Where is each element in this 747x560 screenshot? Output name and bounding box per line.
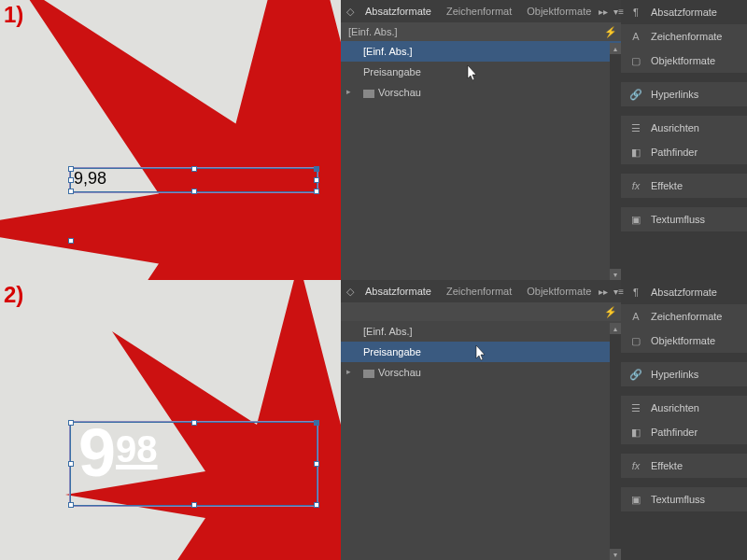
- step-label-2: 2): [4, 282, 23, 308]
- tab-character-styles[interactable]: Zeichenformat: [439, 6, 519, 17]
- dock-effects[interactable]: fxEffekte: [621, 454, 747, 478]
- dock-effects[interactable]: fxEffekte: [621, 174, 747, 198]
- style-folder-vorschau[interactable]: Vorschau: [341, 362, 621, 383]
- price-cents: 98: [116, 430, 158, 468]
- scroll-up-icon[interactable]: ▴: [610, 43, 621, 54]
- handle-br[interactable]: [314, 502, 319, 508]
- folder-icon: [363, 90, 374, 98]
- handle-tr[interactable]: [314, 420, 319, 426]
- cursor-icon: [475, 345, 488, 362]
- style-basic-paragraph[interactable]: [Einf. Abs.]: [341, 41, 621, 62]
- textwrap-icon: ▣: [628, 493, 643, 506]
- text-frame-2[interactable]: 9 98: [70, 422, 317, 506]
- price-text-styled: 9 98: [71, 423, 317, 483]
- sync-icon: ◇: [346, 6, 354, 18]
- scroll-down-icon[interactable]: ▾: [610, 549, 621, 560]
- style-folder-vorschau[interactable]: Vorschau: [341, 82, 621, 103]
- character-icon: A: [628, 310, 643, 323]
- dock-pathfinder[interactable]: ◧Pathfinder: [621, 140, 747, 164]
- scroll-up-icon[interactable]: ▴: [610, 323, 621, 334]
- cursor-icon: [467, 65, 480, 82]
- dock-hyperlinks[interactable]: 🔗Hyperlinks: [621, 362, 747, 386]
- handle-bc[interactable]: [191, 189, 197, 194]
- style-basic-paragraph[interactable]: [Einf. Abs.]: [341, 321, 621, 342]
- panel-tabs: ◇ Absatzformate Zeichenformat Objektform…: [341, 0, 621, 22]
- object-icon: ▢: [628, 334, 643, 347]
- dock-align[interactable]: ☰Ausrichten: [621, 116, 747, 140]
- paragraph-icon: ¶: [628, 6, 643, 19]
- handle-br[interactable]: [314, 189, 319, 194]
- dock-align[interactable]: ☰Ausrichten: [621, 396, 747, 420]
- dock-character-styles[interactable]: AZeichenformate: [621, 24, 747, 49]
- quick-apply-icon[interactable]: ⚡: [604, 26, 613, 37]
- current-style-name: [Einf. Abs.]: [348, 26, 398, 37]
- dock-panel: ¶Absatzformate AZeichenformate ▢Objektfo…: [621, 0, 747, 280]
- price-text-unstyled: 9,98: [71, 166, 109, 190]
- handle-tl[interactable]: [68, 166, 74, 172]
- collapse-icon[interactable]: ▸▸: [599, 7, 608, 17]
- panel-tabs-2: ◇ Absatzformate Zeichenformat Objektform…: [341, 280, 621, 302]
- current-style-header-2: ⚡: [341, 302, 621, 321]
- effects-icon: fx: [628, 179, 643, 192]
- panel-menu-icon[interactable]: ▾≡: [613, 7, 624, 17]
- dock-textwrap[interactable]: ▣Textumfluss: [621, 487, 747, 511]
- collapse-icon[interactable]: ▸▸: [599, 287, 608, 297]
- handle-tc[interactable]: [191, 420, 197, 426]
- dock-character-styles[interactable]: AZeichenformate: [621, 304, 747, 329]
- handle-ml[interactable]: [68, 177, 74, 183]
- effects-icon: fx: [628, 459, 643, 472]
- object-icon: ▢: [628, 54, 643, 67]
- handle-bl[interactable]: [68, 189, 74, 194]
- quick-apply-icon[interactable]: ⚡: [604, 306, 613, 317]
- styles-list: [Einf. Abs.] Preisangabe Vorschau: [341, 41, 621, 280]
- tab-paragraph-styles[interactable]: Absatzformate: [358, 286, 439, 297]
- handle-ml[interactable]: [68, 461, 74, 467]
- canvas-area[interactable]: 1) 9,98: [0, 0, 341, 280]
- step-label-1: 1): [4, 2, 23, 28]
- align-icon: ☰: [628, 121, 643, 134]
- handle-bc[interactable]: [191, 502, 197, 508]
- sync-icon: ◇: [346, 286, 354, 298]
- panel-menu-icon[interactable]: ▾≡: [613, 287, 624, 297]
- tab-object-styles[interactable]: Objektformate: [519, 6, 599, 17]
- pathfinder-icon: ◧: [628, 426, 643, 439]
- scroll-down-icon[interactable]: ▾: [610, 269, 621, 280]
- canvas-area-2[interactable]: 2) 9 98: [0, 280, 341, 560]
- dock-paragraph-styles[interactable]: ¶Absatzformate: [621, 0, 747, 24]
- align-icon: ☰: [628, 401, 643, 414]
- dock-object-styles[interactable]: ▢Objektformate: [621, 329, 747, 353]
- price-main-digit: 9: [78, 425, 116, 482]
- scrollbar[interactable]: ▴ ▾: [610, 43, 621, 280]
- handle-bl[interactable]: [68, 502, 74, 508]
- handle-tc[interactable]: [191, 166, 197, 172]
- paragraph-icon: ¶: [628, 286, 643, 299]
- dock-pathfinder[interactable]: ◧Pathfinder: [621, 420, 747, 444]
- folder-icon: [363, 370, 374, 378]
- tab-object-styles[interactable]: Objektformate: [519, 286, 599, 297]
- dock-paragraph-styles[interactable]: ¶Absatzformate: [621, 280, 747, 304]
- styles-panel-2: ◇ Absatzformate Zeichenformat Objektform…: [341, 280, 621, 560]
- dock-hyperlinks[interactable]: 🔗Hyperlinks: [621, 82, 747, 106]
- extra-handle[interactable]: [68, 238, 74, 244]
- handle-mr[interactable]: [314, 461, 319, 467]
- dock-textwrap[interactable]: ▣Textumfluss: [621, 207, 747, 231]
- pathfinder-icon: ◧: [628, 146, 643, 159]
- handle-tr[interactable]: [314, 166, 319, 172]
- tab-character-styles[interactable]: Zeichenformat: [439, 286, 519, 297]
- hyperlink-icon: 🔗: [628, 368, 643, 381]
- scrollbar[interactable]: ▴ ▾: [610, 323, 621, 560]
- handle-mr[interactable]: [314, 177, 319, 183]
- tab-paragraph-styles[interactable]: Absatzformate: [358, 6, 439, 17]
- handle-tl[interactable]: [68, 420, 74, 426]
- text-frame[interactable]: 9,98: [70, 168, 317, 192]
- character-icon: A: [628, 30, 643, 43]
- style-preisangabe[interactable]: Preisangabe: [341, 62, 621, 82]
- textwrap-icon: ▣: [628, 213, 643, 226]
- hyperlink-icon: 🔗: [628, 88, 643, 101]
- star-shape: [0, 0, 341, 280]
- dock-panel-2: ¶Absatzformate AZeichenformate ▢Objektfo…: [621, 280, 747, 560]
- styles-panel: ◇ Absatzformate Zeichenformat Objektform…: [341, 0, 621, 280]
- dock-object-styles[interactable]: ▢Objektformate: [621, 49, 747, 73]
- current-style-header: [Einf. Abs.] ⚡: [341, 22, 621, 41]
